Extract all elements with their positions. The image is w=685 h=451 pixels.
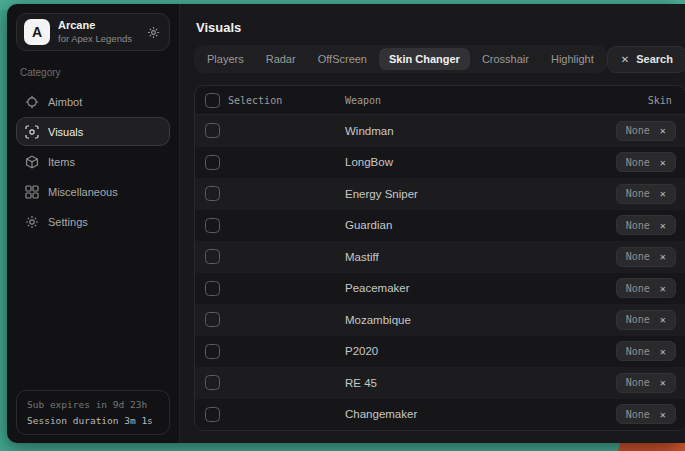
skin-select-badge[interactable]: None✕ xyxy=(616,404,676,424)
skin-value: None xyxy=(626,283,650,294)
table-row: GuardianNone✕ xyxy=(195,210,685,242)
table-row: MastiffNone✕ xyxy=(195,241,685,273)
clear-skin-icon[interactable]: ✕ xyxy=(660,188,666,199)
tabs-row: PlayersRadarOffScreenSkin ChangerCrossha… xyxy=(194,45,685,73)
sidebar: A Arcane for Apex Legends Category Aimbo… xyxy=(7,4,179,443)
app-meta: Arcane for Apex Legends xyxy=(58,19,132,45)
weapon-name: Mastiff xyxy=(345,251,616,263)
app-logo: A xyxy=(24,19,50,45)
tab-radar[interactable]: Radar xyxy=(256,48,306,70)
sidebar-item-label: Visuals xyxy=(48,126,83,138)
select-all-checkbox[interactable] xyxy=(205,93,220,108)
sidebar-nav: AimbotVisualsItemsMiscellaneousSettings xyxy=(16,87,170,236)
row-checkbox[interactable] xyxy=(205,407,220,422)
sub-expires-text: Sub expires in 9d 23h xyxy=(27,399,159,410)
weapon-name: Changemaker xyxy=(345,408,616,420)
row-checkbox[interactable] xyxy=(205,186,220,201)
table-body: WindmanNone✕LongBowNone✕Energy SniperNon… xyxy=(195,115,685,430)
tab-players[interactable]: Players xyxy=(197,48,254,70)
skin-select-badge[interactable]: None✕ xyxy=(616,121,676,141)
app-window: A Arcane for Apex Legends Category Aimbo… xyxy=(7,4,679,443)
subscription-card: Sub expires in 9d 23h Session duration 3… xyxy=(16,390,170,435)
row-checkbox[interactable] xyxy=(205,281,220,296)
skin-select-badge[interactable]: None✕ xyxy=(616,152,676,172)
crosshair-icon xyxy=(25,95,39,109)
row-checkbox[interactable] xyxy=(205,218,220,233)
weapon-name: RE 45 xyxy=(345,377,616,389)
app-subtitle: for Apex Legends xyxy=(58,33,132,44)
tab-highlight[interactable]: Highlight xyxy=(541,48,604,70)
row-checkbox[interactable] xyxy=(205,123,220,138)
clear-skin-icon[interactable]: ✕ xyxy=(660,314,666,325)
clear-skin-icon[interactable]: ✕ xyxy=(660,251,666,262)
clear-skin-icon[interactable]: ✕ xyxy=(660,157,666,168)
clear-skin-icon[interactable]: ✕ xyxy=(660,409,666,420)
weapon-column-header: Weapon xyxy=(345,95,648,106)
row-checkbox[interactable] xyxy=(205,375,220,390)
tab-list: PlayersRadarOffScreenSkin ChangerCrossha… xyxy=(194,45,607,73)
session-duration-text: Session duration 3m 1s xyxy=(27,415,159,426)
app-header-card: A Arcane for Apex Legends xyxy=(16,13,170,51)
skin-value: None xyxy=(626,251,650,262)
table-row: P2020None✕ xyxy=(195,336,685,368)
clear-skin-icon[interactable]: ✕ xyxy=(660,377,666,388)
clear-skin-icon[interactable]: ✕ xyxy=(660,346,666,357)
skin-value: None xyxy=(626,220,650,231)
skin-value: None xyxy=(626,409,650,420)
skin-value: None xyxy=(626,314,650,325)
skin-changer-table: Selection Weapon Skin WindmanNone✕LongBo… xyxy=(194,85,685,431)
row-checkbox[interactable] xyxy=(205,312,220,327)
table-row: LongBowNone✕ xyxy=(195,147,685,179)
skin-value: None xyxy=(626,125,650,136)
clear-skin-icon[interactable]: ✕ xyxy=(660,125,666,136)
skin-select-badge[interactable]: None✕ xyxy=(616,341,676,361)
selection-column-header: Selection xyxy=(228,95,282,106)
sidebar-item-label: Items xyxy=(48,156,75,168)
skin-select-badge[interactable]: None✕ xyxy=(616,310,676,330)
skin-select-badge[interactable]: None✕ xyxy=(616,247,676,267)
sidebar-item-label: Aimbot xyxy=(48,96,82,108)
sidebar-item-items[interactable]: Items xyxy=(16,147,170,176)
table-header-row: Selection Weapon Skin xyxy=(195,86,685,115)
grid-icon xyxy=(25,185,39,199)
skin-value: None xyxy=(626,188,650,199)
header-gear-icon[interactable] xyxy=(147,26,160,39)
row-checkbox[interactable] xyxy=(205,344,220,359)
clear-skin-icon[interactable]: ✕ xyxy=(660,283,666,294)
app-name: Arcane xyxy=(58,19,132,32)
table-row: MozambiqueNone✕ xyxy=(195,304,685,336)
sidebar-item-settings[interactable]: Settings xyxy=(16,207,170,236)
sidebar-item-aimbot[interactable]: Aimbot xyxy=(16,87,170,116)
search-button[interactable]: ✕ Search xyxy=(607,46,685,73)
skin-select-badge[interactable]: None✕ xyxy=(616,184,676,204)
weapon-name: LongBow xyxy=(345,156,616,168)
tab-crosshair[interactable]: Crosshair xyxy=(472,48,539,70)
sidebar-item-label: Settings xyxy=(48,216,88,228)
search-button-label: Search xyxy=(636,53,673,65)
tab-skin-changer[interactable]: Skin Changer xyxy=(379,48,470,70)
weapon-name: P2020 xyxy=(345,345,616,357)
row-checkbox[interactable] xyxy=(205,155,220,170)
skin-select-badge[interactable]: None✕ xyxy=(616,215,676,235)
skin-value: None xyxy=(626,346,650,357)
skin-select-badge[interactable]: None✕ xyxy=(616,373,676,393)
tab-offscreen[interactable]: OffScreen xyxy=(308,48,377,70)
skin-column-header: Skin xyxy=(648,95,685,106)
search-icon: ✕ xyxy=(621,54,629,65)
table-row: Energy SniperNone✕ xyxy=(195,178,685,210)
table-row: PeacemakerNone✕ xyxy=(195,273,685,305)
weapon-name: Mozambique xyxy=(345,314,616,326)
weapon-name: Guardian xyxy=(345,219,616,231)
table-row: WindmanNone✕ xyxy=(195,115,685,147)
clear-skin-icon[interactable]: ✕ xyxy=(660,220,666,231)
table-row: RE 45None✕ xyxy=(195,367,685,399)
row-checkbox[interactable] xyxy=(205,249,220,264)
eye-scan-icon xyxy=(25,125,39,139)
table-row: ChangemakerNone✕ xyxy=(195,399,685,431)
sidebar-item-miscellaneous[interactable]: Miscellaneous xyxy=(16,177,170,206)
box-icon xyxy=(25,155,39,169)
sidebar-item-visuals[interactable]: Visuals xyxy=(16,117,170,146)
skin-value: None xyxy=(626,377,650,388)
skin-select-badge[interactable]: None✕ xyxy=(616,278,676,298)
gear-icon xyxy=(25,215,39,229)
